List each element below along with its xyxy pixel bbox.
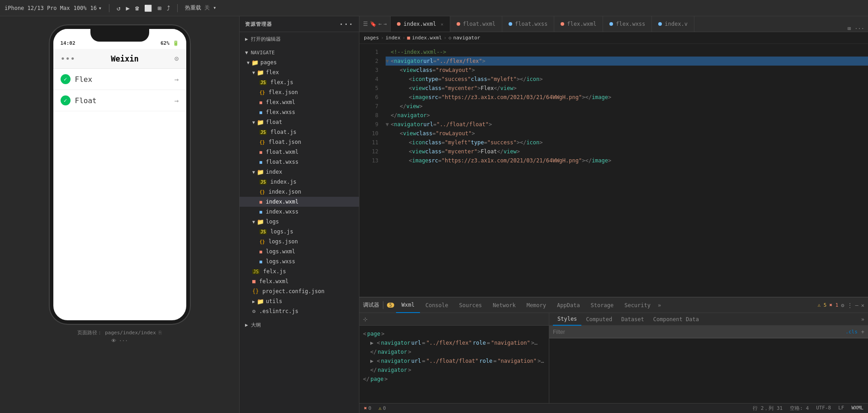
tab-security[interactable]: Security xyxy=(619,297,656,313)
tree-file-eslint[interactable]: ⚙ .eslintrc.js xyxy=(240,306,359,316)
tree-file-float-wxss[interactable]: ■ float.wxss xyxy=(240,157,359,167)
list-item[interactable]: ✓ Flex → xyxy=(53,69,186,90)
open-editors-title[interactable]: ▶ 打开的编辑器 xyxy=(240,34,359,44)
code-line-11: ▶ <icon class="myleft" type="success"></… xyxy=(386,138,868,147)
tab-storage[interactable]: Storage xyxy=(585,297,619,313)
cls-badge[interactable]: .cls xyxy=(845,329,858,335)
more-tabs-btn[interactable]: » xyxy=(658,302,661,309)
outline-title[interactable]: ▶ 大纲 xyxy=(240,320,359,330)
refresh-icon[interactable]: ↺ xyxy=(117,5,120,12)
menu-dots-icon[interactable]: ⋮ xyxy=(847,302,853,309)
code-area[interactable]: ▶ <!--index.wxml--> ▼ <navigator url="..… xyxy=(382,44,868,297)
minimize-icon[interactable]: — xyxy=(855,302,859,309)
tab-sources[interactable]: Sources xyxy=(454,297,488,313)
breadcrumb-pages[interactable]: pages xyxy=(364,35,379,41)
tree-file-flex-wxml[interactable]: ■ flex.wxml xyxy=(240,97,359,107)
tab-component-data[interactable]: Component Data xyxy=(649,313,703,326)
phone-menu-icon[interactable]: ••• xyxy=(61,54,75,63)
navigate-title[interactable]: ▼ NAVIGATE xyxy=(240,48,359,57)
breadcrumb-sep-2: › xyxy=(402,35,406,41)
status-lang[interactable]: WXML xyxy=(852,405,864,412)
code-line-13: ▶ <image src="https://z3.ax1x.com/2021/0… xyxy=(386,156,868,165)
tree-file-project-json[interactable]: {} project.config.json xyxy=(240,286,359,296)
phone-icon[interactable]: ☎ xyxy=(135,5,139,12)
tree-file-float-json[interactable]: {} float.json xyxy=(240,137,359,147)
phone-content: ✓ Flex → ✓ Float → xyxy=(53,69,186,111)
tree-file-logs-wxss[interactable]: ■ logs.wxss xyxy=(240,256,359,266)
breadcrumb-index[interactable]: index xyxy=(386,35,401,41)
tab-float-wxss[interactable]: float.wxss xyxy=(502,16,554,32)
tab-console[interactable]: Console xyxy=(420,297,454,313)
tab-float-wxml[interactable]: float.wxml xyxy=(450,16,502,32)
plus-icon[interactable]: + xyxy=(861,329,864,335)
tab-flex-wxml[interactable]: flex.wxml xyxy=(554,16,603,32)
tree-file-felx-js[interactable]: JS felx.js xyxy=(240,266,359,276)
filter-input[interactable] xyxy=(553,329,842,335)
fold-arrow-2[interactable]: ▼ xyxy=(386,57,389,66)
tab-wxml[interactable]: Wxml xyxy=(396,297,420,313)
cursor-icon[interactable]: ⊹ xyxy=(363,316,368,323)
device-selector[interactable]: iPhone 12/13 Pro Max 100% 16 ▾ xyxy=(5,5,102,11)
wxss-dot-icon-3 xyxy=(658,22,662,26)
bookmark-icon[interactable]: 🔖 xyxy=(370,21,377,27)
breadcrumb-symbol[interactable]: navigator xyxy=(453,35,481,41)
tree-file-float-js[interactable]: JS float.js xyxy=(240,127,359,137)
tab-close-icon[interactable]: ✕ xyxy=(441,22,443,27)
tab-styles[interactable]: Styles xyxy=(553,313,581,326)
tab-index-wxml[interactable]: index.wxml ✕ xyxy=(391,16,450,32)
tab-flex-wxss[interactable]: flex.wxss xyxy=(603,16,652,32)
wxss-dot-icon xyxy=(509,22,512,26)
phone-camera-icon[interactable]: ⊙ xyxy=(175,54,179,63)
play-icon[interactable]: ▶ xyxy=(126,5,130,12)
tree-file-flex-js[interactable]: JS flex.js xyxy=(240,77,359,87)
close-devtools-icon[interactable]: ✕ xyxy=(861,302,864,309)
forward-icon[interactable]: → xyxy=(383,21,387,27)
tree-file-logs-json[interactable]: {} logs.json xyxy=(240,237,359,247)
menu-icon[interactable]: ☰ xyxy=(363,21,368,27)
more-editor-icon[interactable]: ··· xyxy=(854,25,864,32)
phone-path-value: pages/index/index xyxy=(105,330,156,336)
tree-file-logs-js[interactable]: JS logs.js xyxy=(240,227,359,237)
explorer-more-icon[interactable]: ··· xyxy=(339,20,354,28)
tree-file-felx-wxml[interactable]: ■ felx.wxml xyxy=(240,276,359,286)
tree-folder-utils[interactable]: ▶ 📁 utils xyxy=(240,296,359,306)
tree-folder-index[interactable]: ▼ 📁 index xyxy=(240,167,359,177)
tab-appdata[interactable]: AppData xyxy=(552,297,585,313)
tree-folder-float[interactable]: ▼ 📁 float xyxy=(240,117,359,127)
eye-icon[interactable]: 👁 xyxy=(111,338,116,344)
tab-index-v[interactable]: index.v xyxy=(652,16,694,32)
tree-file-index-wxss[interactable]: ■ index.wxss xyxy=(240,207,359,217)
tree-folder-pages[interactable]: ▼ 📁 pages xyxy=(240,57,359,67)
tree-folder-logs[interactable]: ▼ 📁 logs xyxy=(240,217,359,227)
tab-memory[interactable]: Memory xyxy=(521,297,552,313)
wxml-file-icon: ■ xyxy=(259,100,262,105)
tab-dataset[interactable]: Dataset xyxy=(617,313,649,326)
tablet-icon[interactable]: ⬜ xyxy=(144,5,152,12)
tree-file-float-wxml[interactable]: ■ float.wxml xyxy=(240,147,359,157)
share-icon[interactable]: ⤴ xyxy=(167,5,170,12)
ht-line-nav2[interactable]: ▶ <navigator url="../float/float" role="… xyxy=(363,356,545,366)
tree-file-flex-json[interactable]: {} flex.json xyxy=(240,87,359,97)
more-icon[interactable]: ··· xyxy=(119,338,128,344)
split-icon[interactable]: ⊞ xyxy=(848,25,851,32)
tree-file-index-wxml[interactable]: ■ index.wxml xyxy=(240,197,359,207)
status-spaces: 空格: 4 xyxy=(790,405,809,412)
breadcrumb-file[interactable]: index.wxml xyxy=(412,35,442,41)
styles-more-btn[interactable]: » xyxy=(861,316,864,323)
tab-network[interactable]: Network xyxy=(487,297,521,313)
tree-file-logs-wxml[interactable]: ■ logs.wxml xyxy=(240,247,359,256)
tree-file-index-js[interactable]: JS index.js xyxy=(240,177,359,187)
back-icon[interactable]: ← xyxy=(378,21,382,27)
layers-icon[interactable]: ⊞ xyxy=(157,5,161,12)
phone-time: 14:02 xyxy=(61,40,75,46)
fold-arrow-9[interactable]: ▼ xyxy=(386,120,389,129)
tree-folder-flex[interactable]: ▼ 📁 flex xyxy=(240,67,359,77)
tab-computed[interactable]: Computed xyxy=(581,313,617,326)
phone-battery: 62% 🔋 xyxy=(160,40,179,46)
ht-line-nav1[interactable]: ▶ <navigator url="../flex/flex" role="na… xyxy=(363,338,545,347)
tree-file-index-json[interactable]: {} index.json xyxy=(240,187,359,197)
list-item[interactable]: ✓ Float → xyxy=(53,90,186,111)
settings-icon[interactable]: ⚙ xyxy=(841,302,844,309)
phone-copy-icon[interactable]: ⎘ xyxy=(159,330,162,336)
tree-file-flex-wxss[interactable]: ■ flex.wxss xyxy=(240,107,359,117)
